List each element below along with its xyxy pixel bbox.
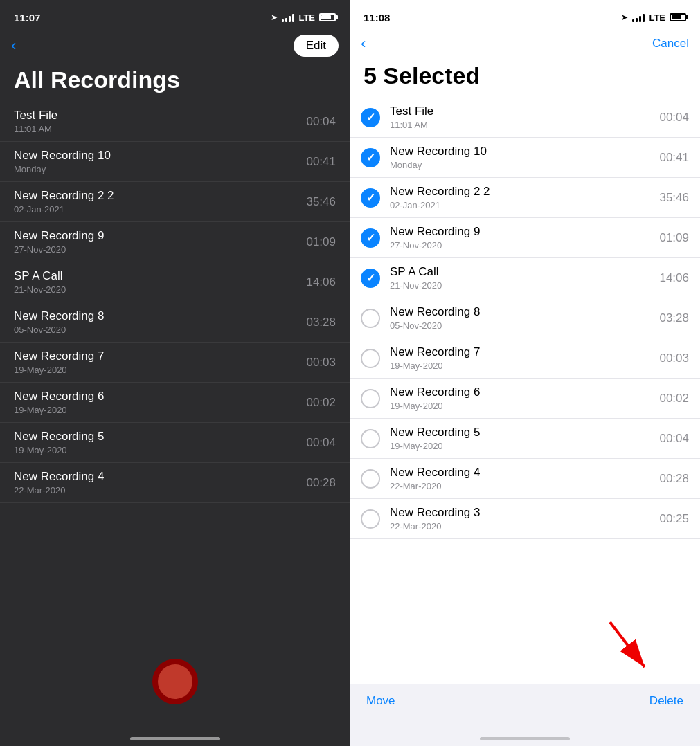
right-item-checkbox[interactable] (361, 188, 380, 208)
left-item-name: New Recording 4 (14, 470, 104, 484)
left-item-duration: 00:28 (306, 476, 336, 490)
right-item-checkbox[interactable] (361, 469, 380, 489)
right-item-date: 27-Nov-2020 (390, 240, 659, 251)
left-list-item[interactable]: New Recording 5 19-May-2020 00:04 (0, 423, 350, 463)
right-item-name: Test File (390, 104, 659, 118)
right-item-date: 19-May-2020 (390, 361, 659, 371)
right-status-icons: ➤ LTE (621, 12, 686, 23)
right-item-info: New Recording 4 22-Mar-2020 (390, 466, 659, 491)
right-list-item[interactable]: New Recording 3 22-Mar-2020 00:25 (350, 499, 700, 539)
left-list-item[interactable]: New Recording 2 2 02-Jan-2021 35:46 (0, 182, 350, 222)
right-list-item[interactable]: New Recording 2 2 02-Jan-2021 35:46 (350, 178, 700, 218)
right-item-date: 11:01 AM (390, 120, 659, 130)
left-list-item[interactable]: New Recording 4 22-Mar-2020 00:28 (0, 463, 350, 503)
right-item-info: New Recording 2 2 02-Jan-2021 (390, 185, 659, 210)
right-time: 11:08 (364, 12, 390, 24)
left-list-item[interactable]: New Recording 6 19-May-2020 00:02 (0, 383, 350, 423)
left-location-icon: ➤ (271, 12, 278, 22)
right-item-name: SP A Call (390, 265, 659, 279)
right-item-duration: 00:41 (659, 151, 689, 165)
left-item-date: 19-May-2020 (14, 365, 104, 375)
right-nav: ‹ Cancel (350, 30, 700, 60)
left-signal-icon (282, 12, 294, 22)
left-item-name: New Recording 9 (14, 229, 104, 243)
left-edit-button[interactable]: Edit (294, 35, 339, 57)
right-item-name: New Recording 2 2 (390, 185, 659, 199)
right-list-item[interactable]: New Recording 5 19-May-2020 00:04 (350, 419, 700, 459)
left-item-date: 02-Jan-2021 (14, 204, 114, 215)
left-list-item[interactable]: New Recording 10 Monday 00:41 (0, 142, 350, 182)
left-item-info: New Recording 7 19-May-2020 (14, 349, 104, 375)
left-item-name: Test File (14, 109, 57, 122)
right-item-name: New Recording 7 (390, 345, 659, 359)
left-back-button[interactable]: ‹ (11, 37, 16, 55)
right-back-button[interactable]: ‹ (361, 35, 366, 53)
left-item-date: 19-May-2020 (14, 405, 104, 415)
left-item-info: New Recording 9 27-Nov-2020 (14, 229, 104, 255)
left-item-name: New Recording 10 (14, 149, 111, 163)
left-item-duration: 14:06 (306, 275, 336, 289)
right-list-item[interactable]: New Recording 6 19-May-2020 00:02 (350, 379, 700, 419)
right-item-checkbox[interactable] (361, 429, 380, 448)
right-list-item[interactable]: New Recording 7 19-May-2020 00:03 (350, 338, 700, 379)
right-item-duration: 00:28 (659, 472, 689, 486)
left-status-bar: 11:07 ➤ LTE (0, 0, 350, 30)
right-list-item[interactable]: New Recording 10 Monday 00:41 (350, 138, 700, 178)
left-item-date: 11:01 AM (14, 124, 57, 134)
right-item-checkbox[interactable] (361, 228, 380, 248)
right-item-name: New Recording 6 (390, 385, 659, 399)
right-item-date: 05-Nov-2020 (390, 320, 659, 331)
right-item-duration: 00:04 (659, 111, 689, 125)
left-item-duration: 35:46 (306, 195, 336, 209)
right-item-checkbox[interactable] (361, 269, 380, 288)
right-item-checkbox[interactable] (361, 309, 380, 328)
right-item-checkbox[interactable] (361, 509, 380, 529)
right-list-item[interactable]: New Recording 8 05-Nov-2020 03:28 (350, 298, 700, 338)
right-list-item[interactable]: New Recording 9 27-Nov-2020 01:09 (350, 218, 700, 258)
left-item-name: SP A Call (14, 269, 66, 283)
right-list-item[interactable]: SP A Call 21-Nov-2020 14:06 (350, 258, 700, 298)
right-item-info: New Recording 6 19-May-2020 (390, 385, 659, 411)
left-record-button[interactable] (152, 659, 198, 704)
left-list-item[interactable]: Test File 11:01 AM 00:04 (0, 102, 350, 142)
right-item-checkbox[interactable] (361, 349, 380, 368)
right-item-checkbox[interactable] (361, 148, 380, 167)
right-item-info: Test File 11:01 AM (390, 104, 659, 130)
right-item-duration: 00:02 (659, 392, 689, 406)
right-item-name: New Recording 8 (390, 305, 659, 319)
right-item-date: 22-Mar-2020 (390, 521, 659, 531)
left-item-name: New Recording 7 (14, 349, 104, 363)
left-list-item[interactable]: New Recording 8 05-Nov-2020 03:28 (0, 302, 350, 343)
right-item-duration: 03:28 (659, 311, 689, 325)
left-panel: 11:07 ➤ LTE ‹ Edit All Recordings Test F… (0, 0, 350, 746)
right-item-duration: 35:46 (659, 191, 689, 205)
right-item-info: New Recording 7 19-May-2020 (390, 345, 659, 371)
right-item-info: New Recording 5 19-May-2020 (390, 426, 659, 451)
left-item-duration: 00:02 (306, 396, 336, 410)
left-item-duration: 01:09 (306, 235, 336, 249)
right-panel: 11:08 ➤ LTE ‹ Cancel 5 Selected Test Fil… (350, 0, 700, 746)
left-item-name: New Recording 6 (14, 390, 104, 403)
delete-button[interactable]: Delete (649, 694, 683, 708)
right-item-duration: 01:09 (659, 231, 689, 245)
left-item-info: SP A Call 21-Nov-2020 (14, 269, 66, 295)
right-item-info: New Recording 8 05-Nov-2020 (390, 305, 659, 331)
right-list-item[interactable]: Test File 11:01 AM 00:04 (350, 98, 700, 138)
right-home-indicator (480, 737, 570, 740)
left-list-item[interactable]: SP A Call 21-Nov-2020 14:06 (0, 262, 350, 302)
right-lte-label: LTE (649, 12, 665, 23)
right-item-checkbox[interactable] (361, 389, 380, 408)
right-recordings-list: Test File 11:01 AM 00:04 New Recording 1… (350, 98, 700, 746)
right-cancel-button[interactable]: Cancel (652, 37, 689, 51)
left-list-item[interactable]: New Recording 7 19-May-2020 00:03 (0, 343, 350, 383)
right-list-item[interactable]: New Recording 4 22-Mar-2020 00:28 (350, 459, 700, 499)
left-battery-icon (319, 13, 336, 21)
right-item-checkbox[interactable] (361, 108, 380, 127)
left-item-info: New Recording 4 22-Mar-2020 (14, 470, 104, 495)
left-item-name: New Recording 2 2 (14, 189, 114, 203)
left-item-info: New Recording 6 19-May-2020 (14, 390, 104, 415)
left-lte-label: LTE (298, 12, 315, 23)
left-list-item[interactable]: New Recording 9 27-Nov-2020 01:09 (0, 222, 350, 262)
move-button[interactable]: Move (366, 694, 395, 708)
left-item-date: Monday (14, 164, 111, 174)
